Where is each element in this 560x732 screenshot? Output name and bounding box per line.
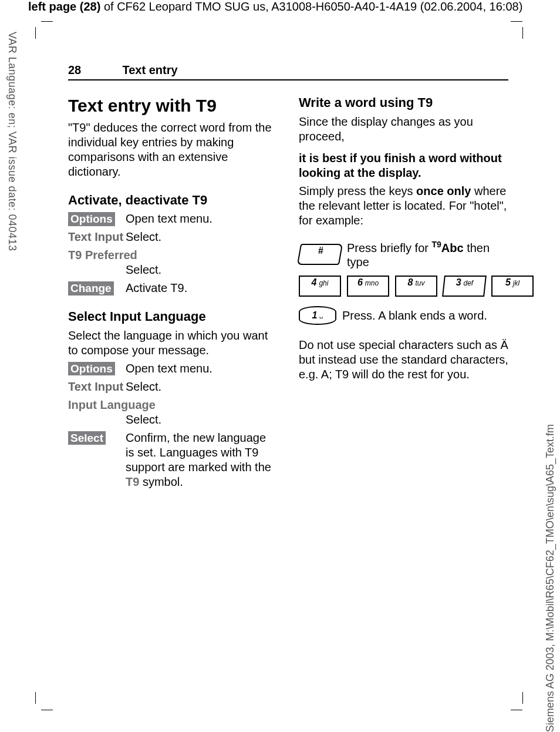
row-t9-preferred: T9 Preferred Select. <box>68 248 278 277</box>
doc-header: left page (28) of CF62 Leopard TMO SUG u… <box>28 0 522 14</box>
key-1-s: ␣ <box>319 312 323 320</box>
hash-desc-sup: T9 <box>431 240 441 249</box>
row-options-2-desc: Open text menu. <box>126 361 278 376</box>
page-number: 28 <box>68 63 120 77</box>
crop-mark-top-left <box>35 21 53 39</box>
hash-key-desc: Press briefly for T9Abc then type <box>347 240 508 270</box>
h2-write-word: Write a word using T9 <box>299 95 508 111</box>
row-text-input-2-desc: Select. <box>126 380 278 394</box>
write-p1: Since the display changes as you proceed… <box>299 115 508 144</box>
row-input-language-desc: Select. <box>126 412 278 427</box>
row-t9-preferred-desc: Select. <box>126 263 278 277</box>
side-text-left: VAR Language: en; VAR issue date: 040413 <box>6 32 18 251</box>
key-1: 1 ␣ <box>299 306 336 325</box>
left-column: Text entry with T9 "T9" deduces the corr… <box>68 92 278 493</box>
row-text-input-1-desc: Select. <box>126 230 278 244</box>
key-6: 6mno <box>347 276 389 297</box>
key-5: 5jkl <box>491 276 534 297</box>
h2-activate: Activate, deactivate T9 <box>68 192 278 209</box>
right-column: Write a word using T9 Since the display … <box>299 92 508 493</box>
key-1-n: 1 <box>312 310 318 321</box>
letter-keys-row: 4ghi 6mno 8tuv 3def 5jkl <box>299 276 508 297</box>
hash-key-row: # Press briefly for T9Abc then type <box>299 240 508 270</box>
key-8: 8tuv <box>395 276 437 297</box>
select-lang-paragraph: Select the language in which you want to… <box>68 328 278 358</box>
row-input-language: Input Language Select. <box>68 398 278 427</box>
row-change: Change Activate T9. <box>68 281 278 296</box>
key-3: 3def <box>442 276 487 297</box>
label-text-input: Text Input <box>68 230 126 244</box>
row-select-desc-a: Confirm, the new language is set. Langua… <box>126 431 271 474</box>
softkey-options: Options <box>68 212 115 226</box>
write-p3: Simply press the keys once only where th… <box>299 184 508 228</box>
section-title: Text entry <box>122 63 177 76</box>
one-key-desc: Press. A blank ends a word. <box>342 308 508 323</box>
doc-header-page: left page (28) <box>28 0 100 13</box>
h1-text-entry-t9: Text entry with T9 <box>68 95 278 117</box>
doc-header-rest: of CF62 Leopard TMO SUG us, A31008-H6050… <box>100 0 522 13</box>
crop-mark-bottom-right <box>517 698 534 716</box>
row-options-1: Options Open text menu. <box>68 211 278 226</box>
row-text-input-2: Text Input Select. <box>68 380 278 394</box>
label-t9-preferred: T9 Preferred <box>68 248 278 263</box>
row-select-desc-b: symbol. <box>139 475 183 488</box>
label-text-input-2: Text Input <box>68 380 126 394</box>
write-p2: it is best if you finish a word without … <box>299 151 508 180</box>
softkey-options-2: Options <box>68 362 115 376</box>
side-text-right: Siemens AG 2003, M:\Mobil\R65\CF62_TMO\e… <box>544 424 556 732</box>
crop-mark-top-right <box>517 21 534 39</box>
key-hash: # <box>297 244 343 265</box>
t9-symbol: T9 <box>126 475 139 488</box>
write-p4: Do not use special characters such as Ä … <box>299 338 508 382</box>
label-input-language: Input Language <box>68 398 278 412</box>
page: left page (28) of CF62 Leopard TMO SUG u… <box>0 0 560 732</box>
row-text-input-1: Text Input Select. <box>68 230 278 244</box>
crop-mark-bottom-left <box>35 698 53 716</box>
h2-select-lang: Select Input Language <box>68 308 278 325</box>
softkey-change: Change <box>68 281 114 296</box>
hash-desc-b: Abc <box>441 241 464 254</box>
row-options-2: Options Open text menu. <box>68 361 278 376</box>
write-p3a: Simply press the keys <box>299 184 416 197</box>
page-body: 28 Text entry Text entry with T9 "T9" de… <box>68 63 508 493</box>
row-select: Select Confirm, the new language is set.… <box>68 431 278 489</box>
row-change-desc: Activate T9. <box>126 281 278 296</box>
intro-paragraph: "T9" deduces the correct word from the i… <box>68 120 278 179</box>
write-p3b: once only <box>416 184 471 197</box>
one-key-row: 1 ␣ Press. A blank ends a word. <box>299 306 508 325</box>
hash-desc-a: Press briefly for <box>347 241 431 254</box>
row-select-desc: Confirm, the new language is set. Langua… <box>126 431 278 489</box>
running-header: 28 Text entry <box>68 63 508 80</box>
key-hash-label: # <box>318 245 323 257</box>
row-options-1-desc: Open text menu. <box>126 211 278 226</box>
softkey-select: Select <box>68 431 106 445</box>
key-4: 4ghi <box>299 276 341 297</box>
